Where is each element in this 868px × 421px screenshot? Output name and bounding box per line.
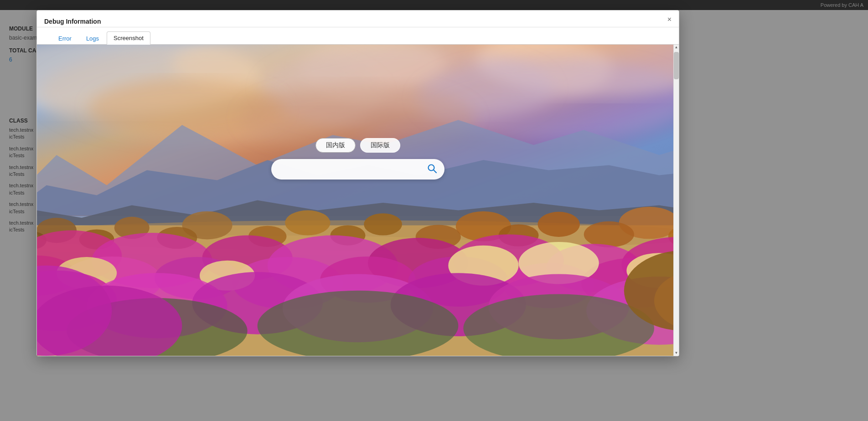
search-icon [427,164,437,174]
domestic-search-button[interactable]: 国内版 [315,138,356,153]
svg-point-19 [364,213,402,235]
screenshot-area: 国内版 国际版 [37,45,679,356]
modal-tabs: Error Logs Screenshot [44,31,672,44]
modal-scrollbar[interactable]: ▲ ▼ [673,45,679,356]
search-input[interactable] [279,165,424,173]
scrollbar-thumb[interactable] [674,52,679,79]
scroll-up-button[interactable]: ▲ [674,45,679,50]
svg-line-70 [434,170,436,173]
search-submit-button[interactable] [427,164,437,175]
modal-close-button[interactable]: × [667,16,672,27]
tab-error[interactable]: Error [52,31,78,45]
mountains-svg [37,45,679,356]
scroll-down-button[interactable]: ▼ [674,350,679,356]
tab-logs[interactable]: Logs [79,31,106,45]
svg-point-31 [584,221,634,247]
tab-screenshot[interactable]: Screenshot [107,31,150,45]
search-buttons-group: 国内版 国际版 [315,138,400,153]
scene: 国内版 国际版 [37,45,679,356]
search-overlay: 国内版 国际版 [271,138,444,180]
international-search-button[interactable]: 国际版 [360,138,400,153]
search-bar [271,159,444,180]
modal-title: Debug Information [44,18,101,25]
modal-body: 国内版 国际版 ▲ [37,45,679,356]
debug-modal: Debug Information × Error Logs Screensho… [36,10,679,356]
modal-header: Debug Information × [37,10,679,27]
svg-point-21 [537,212,580,237]
svg-point-18 [285,210,330,236]
